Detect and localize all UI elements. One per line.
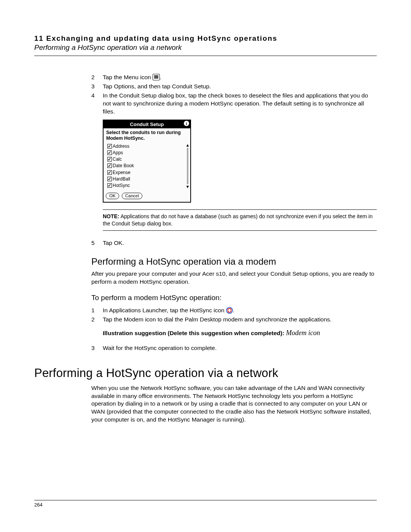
list-item: Expense	[107, 169, 188, 176]
checkbox-icon	[107, 177, 112, 181]
section-body: When you use the Network HotSync softwar…	[91, 384, 377, 424]
list-item: Address	[107, 143, 188, 149]
section-title: Performing a HotSync operation via a net…	[34, 43, 377, 52]
header-rule	[34, 56, 377, 56]
footer-rule	[34, 500, 377, 500]
step-number: 2	[91, 73, 103, 81]
list-item: HardBall	[107, 176, 188, 182]
scroll-down-icon: ▼	[186, 185, 190, 189]
step-text: In Applications Launcher, tap the HotSyn…	[103, 307, 377, 315]
modem-steps-2: 3 Wait for the HotSync operation to comp…	[91, 344, 377, 352]
step-text: Tap the Modem icon to dial the Palm Desk…	[103, 316, 377, 324]
step-text: In the Conduit Setup dialog box, tap the…	[103, 92, 377, 116]
step-text: Tap Options, and then tap Conduit Setup.	[103, 83, 377, 91]
list-item: HotSync	[107, 182, 188, 189]
note-text: Applications that do not have a database…	[103, 213, 373, 227]
list-item: Date Book	[107, 163, 188, 169]
step-number: 3	[91, 344, 103, 352]
step-text: Tap the Menu icon .	[103, 73, 377, 81]
step-text: Wait for the HotSync operation to comple…	[103, 344, 377, 352]
checkbox-icon	[107, 183, 112, 188]
conduit-setup-dialog: Conduit Setup i Select the conduits to r…	[103, 120, 191, 203]
page-number: 264	[34, 502, 377, 508]
illustration-note: Illustration suggestion (Delete this sug…	[103, 328, 377, 337]
step-number: 2	[91, 316, 103, 324]
modem-steps: 1 In Applications Launcher, tap the HotS…	[91, 307, 377, 324]
checkbox-icon	[107, 144, 112, 149]
step-number: 4	[91, 92, 103, 116]
list-item: Apps	[107, 150, 188, 156]
dialog-title: Conduit Setup	[130, 121, 164, 127]
checkbox-icon	[107, 150, 112, 155]
scroll-up-icon: ▲	[186, 143, 190, 147]
conduit-list: Address Apps Calc Date Book Expense Hard…	[104, 143, 190, 190]
menu-icon	[153, 74, 160, 80]
section-heading: Performing a HotSync operation via a net…	[34, 365, 377, 381]
note-label: NOTE:	[103, 213, 119, 219]
step-number: 5	[91, 239, 103, 247]
hotsync-icon	[226, 307, 233, 313]
cancel-button: Cancel	[122, 193, 142, 199]
note-block: NOTE: Applications that do not have a da…	[103, 209, 377, 231]
ok-button: OK	[106, 193, 119, 199]
step-number: 3	[91, 83, 103, 91]
checkbox-icon	[107, 157, 112, 161]
subsection-intro: After you prepare your computer and your…	[91, 270, 377, 286]
step-number: 1	[91, 307, 103, 315]
dialog-title-bar: Conduit Setup i	[104, 120, 190, 129]
checkbox-icon	[107, 163, 112, 168]
scrollbar: ▲ ▼	[186, 143, 189, 189]
chapter-title: 11 Exchanging and updating data using Ho…	[34, 34, 377, 43]
list-item: Calc	[107, 156, 188, 162]
dialog-subtitle: Select the conduits to run during Modem …	[104, 128, 190, 143]
step-list-a: 2 Tap the Menu icon . 3 Tap Options, and…	[91, 73, 377, 116]
document-page: 11 Exchanging and updating data using Ho…	[0, 0, 411, 532]
subsection-heading: Performing a HotSync operation via a mod…	[91, 256, 377, 268]
step-list-b: 5 Tap OK.	[91, 239, 377, 247]
checkbox-icon	[107, 170, 112, 175]
info-icon: i	[184, 121, 189, 126]
step-text: Tap OK.	[103, 239, 377, 247]
subsubsection-heading: To perform a modem HotSync operation:	[91, 293, 377, 303]
page-footer: 264	[34, 500, 377, 508]
